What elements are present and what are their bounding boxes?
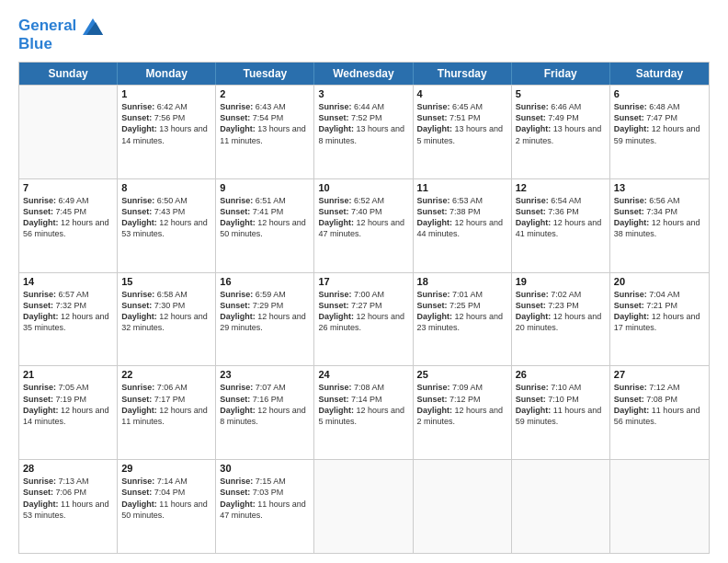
cell-4-4: 24 Sunrise: 7:08 AM Sunset: 7:14 PM Dayl… bbox=[314, 366, 413, 459]
cell-4-7: 27 Sunrise: 7:12 AM Sunset: 7:08 PM Dayl… bbox=[610, 366, 709, 459]
daylight-label: Daylight: bbox=[417, 218, 455, 227]
day-number: 15 bbox=[121, 276, 211, 287]
day-number: 16 bbox=[220, 276, 310, 287]
cell-1-1 bbox=[19, 86, 118, 178]
header-monday: Monday bbox=[118, 63, 216, 85]
day-number: 25 bbox=[417, 369, 507, 380]
day-number: 30 bbox=[220, 463, 310, 474]
cell-info: Sunrise: 6:50 AM Sunset: 7:43 PM Dayligh… bbox=[121, 195, 211, 240]
sunset-label: Sunset: bbox=[121, 395, 154, 404]
header-saturday: Saturday bbox=[610, 63, 709, 85]
cell-4-3: 23 Sunrise: 7:07 AM Sunset: 7:16 PM Dayl… bbox=[216, 366, 314, 459]
sunrise-label: Sunrise: bbox=[121, 290, 157, 299]
sunset-label: Sunset: bbox=[417, 207, 450, 216]
cell-2-1: 7 Sunrise: 6:49 AM Sunset: 7:45 PM Dayli… bbox=[19, 179, 118, 272]
cell-2-6: 12 Sunrise: 6:54 AM Sunset: 7:36 PM Dayl… bbox=[512, 179, 610, 272]
day-number: 1 bbox=[121, 88, 211, 99]
sunrise-label: Sunrise: bbox=[220, 477, 256, 486]
day-number: 24 bbox=[318, 369, 408, 380]
sunset-label: Sunset: bbox=[417, 395, 450, 404]
cell-3-6: 19 Sunrise: 7:02 AM Sunset: 7:23 PM Dayl… bbox=[512, 273, 610, 366]
sunset-label: Sunset: bbox=[220, 395, 253, 404]
header-thursday: Thursday bbox=[414, 63, 512, 85]
sunrise-label: Sunrise: bbox=[318, 383, 354, 392]
cell-4-6: 26 Sunrise: 7:10 AM Sunset: 7:10 PM Dayl… bbox=[512, 366, 610, 459]
cell-info: Sunrise: 6:42 AM Sunset: 7:56 PM Dayligh… bbox=[121, 101, 211, 146]
daylight-label: Daylight: bbox=[614, 312, 652, 321]
sunset-label: Sunset: bbox=[220, 488, 253, 497]
header-friday: Friday bbox=[512, 63, 610, 85]
cell-1-5: 4 Sunrise: 6:45 AM Sunset: 7:51 PM Dayli… bbox=[414, 86, 512, 178]
sunrise-label: Sunrise: bbox=[23, 477, 59, 486]
sunset-label: Sunset: bbox=[614, 207, 647, 216]
sunrise-label: Sunrise: bbox=[614, 102, 650, 111]
sunset-label: Sunset: bbox=[614, 113, 647, 122]
daylight-label: Daylight: bbox=[23, 500, 61, 509]
day-number: 7 bbox=[23, 182, 113, 193]
daylight-label: Daylight: bbox=[23, 406, 61, 415]
cell-info: Sunrise: 6:49 AM Sunset: 7:45 PM Dayligh… bbox=[23, 195, 113, 240]
daylight-label: Daylight: bbox=[220, 406, 257, 415]
sunset-label: Sunset: bbox=[516, 113, 549, 122]
day-number: 12 bbox=[516, 182, 606, 193]
day-number: 29 bbox=[121, 463, 211, 474]
sunrise-label: Sunrise: bbox=[318, 196, 354, 205]
day-number: 2 bbox=[220, 88, 310, 99]
daylight-label: Daylight: bbox=[417, 312, 455, 321]
daylight-label: Daylight: bbox=[516, 312, 553, 321]
sunset-label: Sunset: bbox=[516, 207, 549, 216]
sunrise-label: Sunrise: bbox=[417, 102, 453, 111]
cell-info: Sunrise: 6:48 AM Sunset: 7:47 PM Dayligh… bbox=[614, 101, 705, 146]
week-row-2: 7 Sunrise: 6:49 AM Sunset: 7:45 PM Dayli… bbox=[19, 178, 709, 272]
day-number: 26 bbox=[516, 369, 606, 380]
cell-4-5: 25 Sunrise: 7:09 AM Sunset: 7:12 PM Dayl… bbox=[414, 366, 512, 459]
cell-info: Sunrise: 7:14 AM Sunset: 7:04 PM Dayligh… bbox=[121, 476, 211, 521]
day-number: 23 bbox=[220, 369, 310, 380]
daylight-label: Daylight: bbox=[121, 500, 159, 509]
daylight-label: Daylight: bbox=[23, 218, 61, 227]
cell-info: Sunrise: 6:57 AM Sunset: 7:32 PM Dayligh… bbox=[23, 289, 113, 334]
day-number: 8 bbox=[121, 182, 211, 193]
cell-3-1: 14 Sunrise: 6:57 AM Sunset: 7:32 PM Dayl… bbox=[19, 273, 118, 366]
daylight-label: Daylight: bbox=[121, 218, 159, 227]
daylight-label: Daylight: bbox=[23, 312, 61, 321]
day-number: 14 bbox=[23, 276, 113, 287]
daylight-label: Daylight: bbox=[318, 312, 356, 321]
header-tuesday: Tuesday bbox=[216, 63, 314, 85]
sunrise-label: Sunrise: bbox=[23, 290, 59, 299]
cell-info: Sunrise: 7:01 AM Sunset: 7:25 PM Dayligh… bbox=[417, 289, 507, 334]
daylight-label: Daylight: bbox=[614, 218, 652, 227]
sunset-label: Sunset: bbox=[220, 113, 253, 122]
sunrise-label: Sunrise: bbox=[121, 196, 157, 205]
daylight-label: Daylight: bbox=[614, 124, 652, 133]
day-number: 28 bbox=[23, 463, 113, 474]
logo-text: General bbox=[18, 17, 103, 35]
cell-5-4 bbox=[314, 460, 413, 553]
daylight-label: Daylight: bbox=[220, 312, 257, 321]
week-row-1: 1 Sunrise: 6:42 AM Sunset: 7:56 PM Dayli… bbox=[19, 85, 709, 178]
day-number: 13 bbox=[614, 182, 705, 193]
day-number: 27 bbox=[614, 369, 705, 380]
cell-info: Sunrise: 6:54 AM Sunset: 7:36 PM Dayligh… bbox=[516, 195, 606, 240]
day-number: 9 bbox=[220, 182, 310, 193]
sunrise-label: Sunrise: bbox=[318, 290, 354, 299]
cell-info: Sunrise: 7:10 AM Sunset: 7:10 PM Dayligh… bbox=[516, 382, 606, 427]
day-number: 18 bbox=[417, 276, 507, 287]
day-number: 4 bbox=[417, 88, 507, 99]
day-number: 19 bbox=[516, 276, 606, 287]
logo-icon bbox=[83, 18, 103, 35]
day-number: 20 bbox=[614, 276, 705, 287]
week-row-3: 14 Sunrise: 6:57 AM Sunset: 7:32 PM Dayl… bbox=[19, 272, 709, 366]
sunrise-label: Sunrise: bbox=[121, 102, 157, 111]
cell-3-7: 20 Sunrise: 7:04 AM Sunset: 7:21 PM Dayl… bbox=[610, 273, 709, 366]
header: General Blue bbox=[18, 17, 710, 52]
cell-info: Sunrise: 6:59 AM Sunset: 7:29 PM Dayligh… bbox=[220, 289, 310, 334]
sunrise-label: Sunrise: bbox=[516, 196, 552, 205]
daylight-label: Daylight: bbox=[516, 218, 553, 227]
cell-5-3: 30 Sunrise: 7:15 AM Sunset: 7:03 PM Dayl… bbox=[216, 460, 314, 553]
header-wednesday: Wednesday bbox=[314, 63, 413, 85]
day-number: 17 bbox=[318, 276, 408, 287]
cell-3-4: 17 Sunrise: 7:00 AM Sunset: 7:27 PM Dayl… bbox=[314, 273, 413, 366]
sunset-label: Sunset: bbox=[318, 113, 351, 122]
cell-info: Sunrise: 6:44 AM Sunset: 7:52 PM Dayligh… bbox=[318, 101, 408, 146]
